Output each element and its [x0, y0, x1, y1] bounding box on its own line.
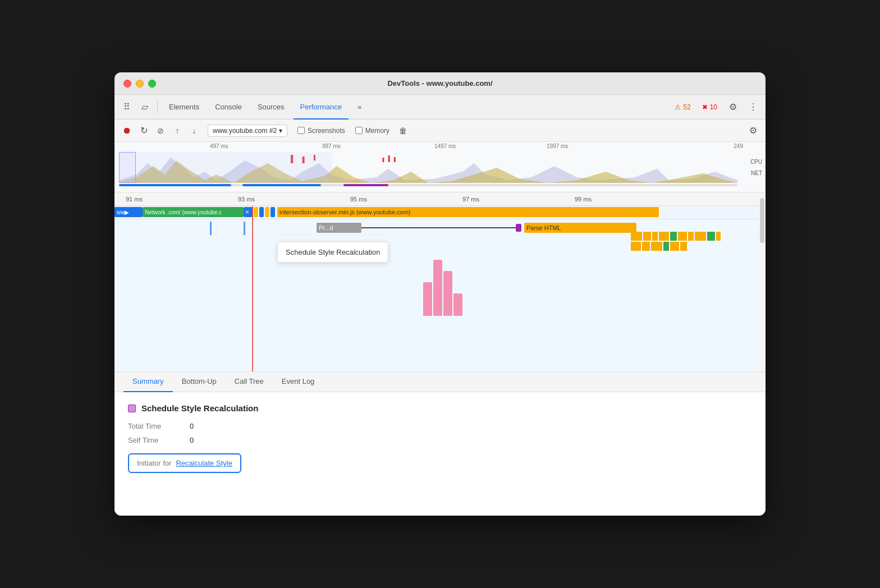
close-button[interactable] [123, 80, 131, 88]
self-time-value: 0 [190, 436, 194, 444]
schedule-style-tooltip: Schedule Style Recalculation [277, 242, 388, 263]
screenshots-label: Screenshots [308, 127, 345, 135]
error-icon: ✖ [702, 103, 708, 111]
total-time-value: 0 [190, 422, 194, 430]
device-icon[interactable]: ▱ [137, 99, 153, 115]
tab-bottom-up[interactable]: Bottom-Up [173, 372, 226, 392]
tab-performance[interactable]: Performance [294, 95, 349, 120]
url-selector-text: www.youtube.com #2 [213, 127, 277, 135]
total-time-row: Total Time 0 [128, 422, 752, 430]
toolbar-right: ⚠ 52 ✖ 10 ⚙ ⋮ [671, 99, 761, 115]
warning-badge: ⚠ 52 [671, 102, 694, 112]
scrollbar-track[interactable] [759, 192, 766, 371]
error-count: 10 [710, 103, 717, 111]
total-time-label: Total Time [128, 422, 178, 430]
settings2-icon[interactable]: ⚙ [745, 123, 761, 139]
overview-panel: 497 ms 997 ms 1497 ms 1997 ms 249 [114, 142, 766, 192]
time-mark-4: 1997 ms [547, 143, 568, 149]
download-button[interactable]: ↓ [186, 123, 202, 139]
time-mark-1: 497 ms [210, 143, 228, 149]
flame-bar-y1[interactable] [254, 207, 258, 217]
flame-bar-b2[interactable] [271, 207, 275, 217]
self-time-row: Self Time 0 [128, 436, 752, 444]
flame-bar-ww[interactable]: ww▶ [114, 207, 143, 217]
flame-bar-b1[interactable] [259, 207, 264, 217]
ms-mark-93: 93 ms [238, 196, 255, 203]
divider [157, 100, 158, 114]
flame-bar-prd[interactable]: Pr...d [317, 223, 361, 233]
ms-mark-99: 99 ms [575, 196, 592, 203]
tab-elements[interactable]: Elements [162, 95, 206, 120]
cpu-label: CPU [750, 159, 762, 165]
tab-more[interactable]: » [351, 95, 368, 120]
stop-button[interactable]: ⊘ [153, 123, 168, 139]
window-title: DevTools - www.youtube.com/ [387, 79, 492, 88]
title-bar: DevTools - www.youtube.com/ [114, 72, 766, 95]
ms-mark-97: 97 ms [462, 196, 479, 203]
ms-ruler: 91 ms 93 ms 95 ms 97 ms 99 ms [114, 192, 766, 206]
ms-mark-91: 91 ms [126, 196, 143, 203]
memory-checkbox[interactable]: Memory [355, 127, 389, 135]
flame-bar-intersection[interactable]: intersection-observer.min.js (www.youtub… [277, 207, 659, 217]
recording-toolbar: ⏺ ↻ ⊘ ↑ ↓ www.youtube.com #2 ▾ Screensho… [114, 120, 766, 142]
memory-checkbox-input[interactable] [355, 127, 363, 134]
memory-label: Memory [365, 127, 389, 135]
error-badge: ✖ 10 [699, 102, 721, 112]
devtools-window: DevTools - www.youtube.com/ ⠿ ▱ Elements… [114, 72, 766, 516]
settings-icon[interactable]: ⚙ [725, 99, 741, 115]
summary-color-swatch [128, 405, 136, 412]
maximize-button[interactable] [148, 80, 156, 88]
self-time-label: Self Time [128, 436, 178, 444]
minimize-button[interactable] [136, 80, 144, 88]
ms-mark-95: 95 ms [350, 196, 367, 203]
detail-timeline: 91 ms 93 ms 95 ms 97 ms 99 ms ww▶ Networ… [114, 192, 766, 372]
summary-title: Schedule Style Recalculation [128, 403, 752, 413]
warning-icon: ⚠ [675, 103, 681, 111]
chevron-down-icon: ▾ [279, 127, 282, 135]
flame-bar-parse-html[interactable]: Parse HTML [524, 223, 636, 233]
screenshots-checkbox[interactable]: Screenshots [297, 127, 345, 135]
tab-sources[interactable]: Sources [251, 95, 291, 120]
time-mark-5: 249 [734, 143, 743, 149]
url-selector[interactable]: www.youtube.com #2 ▾ [208, 125, 287, 137]
screenshots-checkbox-input[interactable] [297, 127, 305, 134]
tooltip-text: Schedule Style Recalculation [286, 248, 380, 256]
summary-title-text: Schedule Style Recalculation [141, 403, 258, 413]
tab-console[interactable]: Console [208, 95, 249, 120]
bottom-tabs-bar: Summary Bottom-Up Call Tree Event Log [114, 372, 766, 392]
reload-button[interactable]: ↻ [136, 123, 152, 139]
flame-bar-k[interactable]: K [244, 207, 253, 217]
time-mark-2: 997 ms [322, 143, 341, 149]
traffic-lights [123, 80, 156, 88]
tab-summary[interactable]: Summary [123, 372, 173, 392]
tab-event-log[interactable]: Event Log [273, 372, 324, 392]
tab-call-tree[interactable]: Call Tree [226, 372, 273, 392]
warning-count: 52 [683, 103, 690, 111]
recalculate-style-link[interactable]: Recalculate Style [176, 459, 232, 467]
time-mark-3: 1497 ms [434, 143, 456, 149]
scrollbar-thumb[interactable] [760, 198, 764, 243]
initiator-label: Initiator for [137, 459, 171, 467]
initiator-row: Initiator for Recalculate Style [128, 453, 241, 473]
summary-panel: Schedule Style Recalculation Total Time … [114, 392, 766, 516]
record-button[interactable]: ⏺ [119, 123, 135, 139]
cursor-icon[interactable]: ⠿ [119, 99, 135, 115]
upload-button[interactable]: ↑ [169, 123, 185, 139]
more-options-icon[interactable]: ⋮ [745, 99, 761, 115]
garbage-icon[interactable]: 🗑 [395, 123, 411, 139]
devtools-tab-bar: ⠿ ▱ Elements Console Sources Performance… [114, 95, 766, 120]
net-label: NET [751, 170, 762, 176]
flame-bar-y2[interactable] [265, 207, 269, 217]
flame-bar-network[interactable]: Network .com/ (www.youtube.c [143, 207, 244, 217]
